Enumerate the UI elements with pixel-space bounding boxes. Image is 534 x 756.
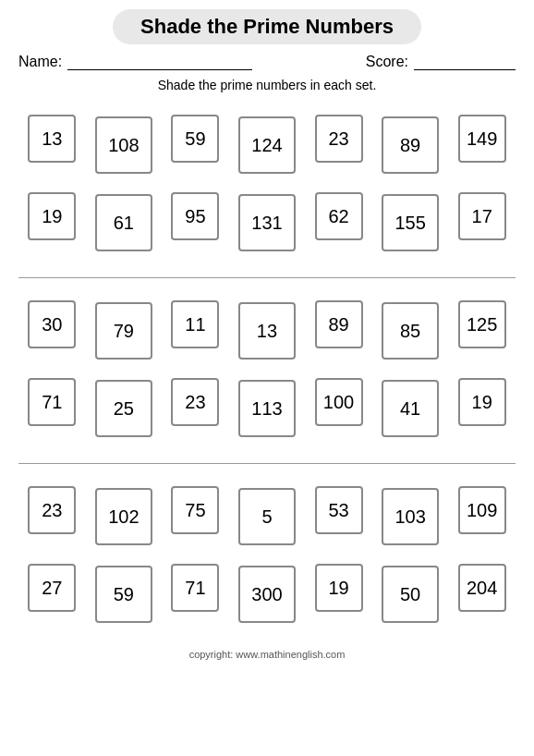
number-box-59[interactable]: 59 — [95, 566, 152, 623]
number-box-17[interactable]: 17 — [458, 192, 506, 240]
number-box-62[interactable]: 62 — [315, 192, 363, 240]
number-box-103[interactable]: 103 — [382, 488, 439, 545]
number-box-53[interactable]: 53 — [315, 486, 363, 534]
number-box-19[interactable]: 19 — [458, 378, 506, 426]
number-box-149[interactable]: 149 — [458, 115, 506, 163]
number-box-89[interactable]: 89 — [382, 116, 439, 174]
number-box-59[interactable]: 59 — [171, 115, 219, 163]
number-box-30[interactable]: 30 — [28, 300, 76, 348]
section-1-row-1: 13108591242389149 — [18, 104, 516, 174]
section-3: 23102755531031092759713001950204 — [18, 475, 516, 640]
copyright-text: copyright: www.mathinenglish.com — [18, 649, 516, 660]
number-box-25[interactable]: 25 — [95, 380, 152, 437]
number-box-125[interactable]: 125 — [458, 300, 506, 348]
number-box-131[interactable]: 131 — [238, 194, 296, 251]
number-box-23[interactable]: 23 — [171, 378, 219, 426]
number-box-71[interactable]: 71 — [171, 564, 219, 612]
section-2-row-2: 7125231131004119 — [18, 367, 516, 437]
number-box-100[interactable]: 100 — [315, 378, 363, 426]
number-box-108[interactable]: 108 — [95, 116, 152, 174]
section-divider-2 — [18, 463, 516, 464]
number-box-95[interactable]: 95 — [171, 192, 219, 240]
number-box-41[interactable]: 41 — [382, 380, 439, 437]
page-title: Shade the Prime Numbers — [113, 9, 421, 44]
score-label: Score: — [366, 54, 408, 70]
number-box-71[interactable]: 71 — [28, 378, 76, 426]
number-box-124[interactable]: 124 — [238, 116, 296, 174]
number-box-13[interactable]: 13 — [28, 115, 76, 163]
instructions-text: Shade the prime numbers in each set. — [18, 78, 516, 92]
section-3-row-2: 2759713001950204 — [18, 553, 516, 623]
section-2-row-1: 307911138985125 — [18, 289, 516, 360]
number-box-79[interactable]: 79 — [95, 302, 152, 360]
number-box-102[interactable]: 102 — [95, 488, 152, 545]
section-divider-1 — [18, 277, 516, 278]
name-input-line — [67, 54, 252, 70]
section-3-row-1: 2310275553103109 — [18, 475, 516, 545]
number-box-155[interactable]: 155 — [382, 194, 439, 251]
number-box-27[interactable]: 27 — [28, 564, 76, 612]
number-box-75[interactable]: 75 — [171, 486, 219, 534]
number-box-11[interactable]: 11 — [171, 300, 219, 348]
number-box-89[interactable]: 89 — [315, 300, 363, 348]
number-box-50[interactable]: 50 — [382, 566, 439, 623]
section-1-row-2: 1961951316215517 — [18, 181, 516, 251]
number-box-113[interactable]: 113 — [238, 380, 296, 437]
number-box-19[interactable]: 19 — [315, 564, 363, 612]
section-2: 3079111389851257125231131004119 — [18, 289, 516, 454]
section-1: 131085912423891491961951316215517 — [18, 104, 516, 268]
number-box-13[interactable]: 13 — [238, 302, 296, 360]
number-box-23[interactable]: 23 — [28, 486, 76, 534]
number-box-5[interactable]: 5 — [238, 488, 296, 545]
number-box-19[interactable]: 19 — [28, 192, 76, 240]
name-label: Name: — [18, 54, 62, 70]
number-box-85[interactable]: 85 — [382, 302, 439, 360]
number-box-300[interactable]: 300 — [238, 566, 296, 623]
number-box-204[interactable]: 204 — [458, 564, 506, 612]
score-input-line — [414, 54, 516, 70]
number-box-109[interactable]: 109 — [458, 486, 506, 534]
number-box-61[interactable]: 61 — [95, 194, 152, 251]
number-box-23[interactable]: 23 — [315, 115, 363, 163]
